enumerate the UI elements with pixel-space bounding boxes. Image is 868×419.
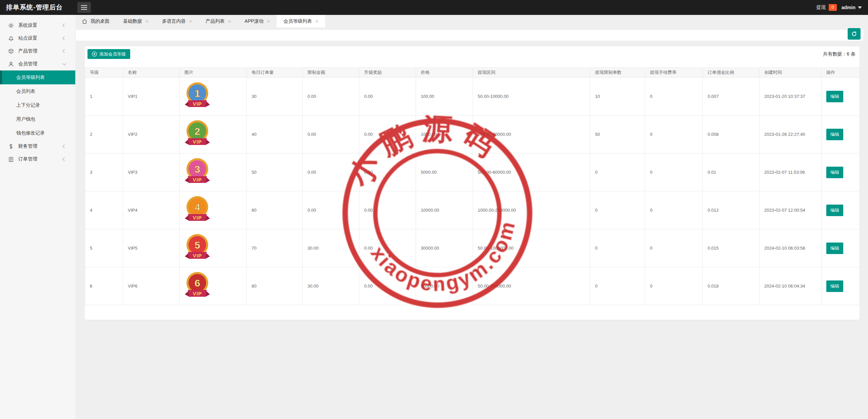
chevron-left-icon <box>62 157 66 161</box>
svg-text:1: 1 <box>195 88 200 99</box>
tab-basic-data[interactable]: 基础数据 × <box>116 15 155 27</box>
tab-desktop[interactable]: 我的桌面 <box>75 15 116 27</box>
sidebar: 系统设置 站点设置 产品管理 会员管理 会员等级列表 会员列表 上下分记 <box>0 15 75 419</box>
close-icon[interactable]: × <box>267 19 270 24</box>
sidebar-toggle-button[interactable] <box>77 2 91 13</box>
sidebar-item-label: 产品管理 <box>18 48 37 54</box>
tab-app-scroll[interactable]: APP滚动 × <box>238 15 277 27</box>
withdraw-count-badge: 0 <box>829 4 837 11</box>
sidebar-item-member-list[interactable]: 会员列表 <box>0 84 75 98</box>
sidebar-item-label: 会员管理 <box>18 61 37 67</box>
sidebar-item-order-management[interactable]: 订单管理 <box>0 153 75 166</box>
svg-text:6: 6 <box>195 277 200 289</box>
refresh-button[interactable] <box>848 28 861 40</box>
cell-withdraw-range: 50.00-10000.00 <box>473 78 590 116</box>
sidebar-item-finance-management[interactable]: 财务管理 <box>0 140 75 153</box>
cell-daily-orders: 80 <box>247 267 303 305</box>
sidebar-item-label: 系统设置 <box>18 22 37 28</box>
cell-price: 100.00 <box>416 78 473 116</box>
edit-button[interactable]: 编辑 <box>826 167 843 178</box>
svg-text:5: 5 <box>195 239 200 251</box>
sidebar-item-points-record[interactable]: 上下分记录 <box>0 98 75 112</box>
withdraw-menu[interactable]: 提现 0 <box>816 4 837 11</box>
cell-created-at: 2023-01-26 22:27:40 <box>760 116 822 153</box>
edit-button[interactable]: 编辑 <box>826 243 843 254</box>
user-icon <box>8 61 14 67</box>
cell-withdraw-fee-rate: 0 <box>645 191 703 229</box>
withdraw-label: 提现 <box>816 4 826 11</box>
cell-level: 3 <box>85 153 123 191</box>
edit-button[interactable]: 编辑 <box>826 129 843 140</box>
tab-product-list[interactable]: 产品列表 × <box>199 15 238 27</box>
refresh-icon <box>851 31 857 37</box>
cell-upgrade-reward: 0.00 <box>359 267 416 305</box>
cell-daily-orders: 40 <box>247 116 303 153</box>
cell-limit-amount: 30.00 <box>303 229 359 267</box>
edit-button[interactable]: 编辑 <box>826 280 843 292</box>
col-header-withdraw-limit-count: 提现限制单数 <box>590 68 645 78</box>
hamburger-icon <box>81 5 87 10</box>
cell-limit-amount: 0.00 <box>303 191 359 229</box>
table-row: 2 VIP2 2 VIP 40 0.00 0.00 1000.00 200.00… <box>85 116 860 153</box>
col-header-image: 图片 <box>180 68 247 78</box>
close-icon[interactable]: × <box>189 19 192 24</box>
cell-commission-ratio: 0.012 <box>703 191 760 229</box>
svg-text:VIP: VIP <box>193 139 202 145</box>
tab-member-level-list[interactable]: 会员等级列表 × <box>277 15 325 27</box>
cell-name: VIP1 <box>123 78 180 116</box>
sidebar-item-label: 上下分记录 <box>16 102 40 108</box>
edit-button[interactable]: 编辑 <box>826 91 843 102</box>
cell-name: VIP5 <box>123 229 180 267</box>
svg-text:2: 2 <box>195 126 200 137</box>
chevron-left-icon <box>62 144 66 148</box>
sidebar-item-system-settings[interactable]: 系统设置 <box>0 19 75 32</box>
vip-badge-image: 6 VIP <box>184 271 210 300</box>
add-member-level-button[interactable]: 添加会员等级 <box>87 49 130 59</box>
clipboard-icon <box>8 156 14 162</box>
tab-label: APP滚动 <box>244 18 263 24</box>
edit-button[interactable]: 编辑 <box>826 205 843 216</box>
cell-limit-amount: 0.00 <box>303 153 359 191</box>
cell-price: 5000.00 <box>416 153 473 191</box>
sidebar-item-site-settings[interactable]: 站点设置 <box>0 32 75 45</box>
cell-withdraw-range: 1000.00-200000.00 <box>473 191 590 229</box>
cell-withdraw-fee-rate: 0 <box>645 78 703 116</box>
cell-price: 1000.00 <box>416 116 473 153</box>
sidebar-item-product-management[interactable]: 产品管理 <box>0 45 75 58</box>
table-header-row: 等级 名称 图片 每日订单量 限制金额 升级奖励 价格 提现区间 提现限制单数 … <box>85 68 860 78</box>
close-icon[interactable]: × <box>228 19 231 24</box>
cell-image: 6 VIP <box>180 267 247 305</box>
cell-image: 1 VIP <box>180 78 247 116</box>
sidebar-item-member-level-list[interactable]: 会员等级列表 <box>0 70 75 84</box>
col-header-withdraw-range: 提现区间 <box>473 68 590 78</box>
col-header-limit-amount: 限制金额 <box>303 68 359 78</box>
cell-actions: 编辑 <box>822 78 860 116</box>
cell-name: VIP3 <box>123 153 180 191</box>
vip-badge-image: 3 VIP <box>184 157 210 187</box>
cell-commission-ratio: 0.015 <box>703 229 760 267</box>
table-row: 6 VIP6 6 VIP 80 30.00 0.00 50000.00 50.0… <box>85 267 860 305</box>
svg-text:4: 4 <box>195 202 200 213</box>
member-level-panel: 添加会员等级 共有数据：6 条 等级 名称 图片 每日订单量 限制金额 升级奖励… <box>85 46 860 320</box>
user-menu[interactable]: admin <box>842 5 862 10</box>
add-button-label: 添加会员等级 <box>99 51 126 57</box>
col-header-name: 名称 <box>123 68 180 78</box>
sidebar-item-wallet-change-record[interactable]: 钱包修改记录 <box>0 126 75 140</box>
cell-commission-ratio: 0.008 <box>703 116 760 153</box>
cell-withdraw-limit-count: 0 <box>590 229 645 267</box>
chevron-left-icon <box>62 49 66 53</box>
col-header-commission-ratio: 订单佣金比例 <box>703 68 760 78</box>
cell-price: 30000.00 <box>416 229 473 267</box>
sidebar-item-member-management[interactable]: 会员管理 <box>0 58 75 70</box>
cell-commission-ratio: 0.01 <box>703 153 760 191</box>
close-icon[interactable]: × <box>315 19 318 24</box>
cell-upgrade-reward: 0.00 <box>359 229 416 267</box>
cell-commission-ratio: 0.018 <box>703 267 760 305</box>
username: admin <box>842 5 855 10</box>
close-icon[interactable]: × <box>145 19 149 24</box>
cell-name: VIP2 <box>123 116 180 153</box>
svg-text:VIP: VIP <box>193 253 202 258</box>
cell-level: 4 <box>85 191 123 229</box>
sidebar-item-user-wallet[interactable]: 用户钱包 <box>0 112 75 126</box>
tab-multilanguage[interactable]: 多语言内容 × <box>155 15 199 27</box>
